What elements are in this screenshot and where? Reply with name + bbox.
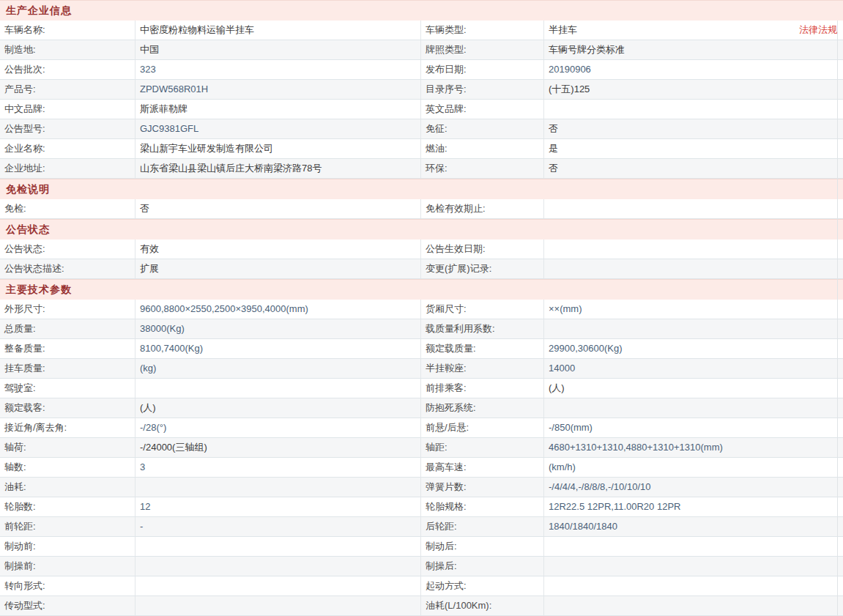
field-value: -/24000(三轴组): [135, 438, 421, 457]
field-value-text: GJC9381GFL: [140, 119, 198, 138]
field-label-text: 免检:: [4, 203, 26, 214]
field-label-text: 变更(扩展)记录:: [426, 263, 491, 274]
field-label-text: 企业地址:: [4, 163, 45, 174]
field-value: -/4/4/4,-/8/8/8,-/10/10/10: [544, 478, 843, 497]
field-label: 车辆类型:: [421, 21, 544, 40]
field-value: 20190906: [544, 60, 843, 79]
field-value-text: 29900,30600(Kg): [549, 339, 622, 358]
field-value-text: 12: [140, 497, 150, 516]
field-value-text: 1840/1840/1840: [549, 517, 617, 536]
field-label-text: 前排乘客:: [426, 382, 467, 393]
field-label-text: 起动方式:: [426, 580, 467, 591]
field-label: 制造地:: [0, 40, 135, 59]
field-value-text: (人): [549, 379, 565, 398]
field-value: 山东省梁山县梁山镇后庄大桥南梁济路78号: [135, 159, 421, 178]
table-row: 轴荷:-/24000(三轴组)轴距:4680+1310+1310,4880+13…: [0, 438, 843, 458]
field-value: [544, 537, 843, 556]
section-title: 主要技术参数: [0, 279, 843, 300]
field-label-text: 驾驶室:: [4, 382, 36, 393]
field-value-text: 3: [140, 458, 145, 477]
field-value-text: -/850(mm): [549, 418, 593, 437]
field-label-text: 转向形式:: [4, 580, 45, 591]
field-label-text: 英文品牌:: [426, 103, 467, 114]
field-value-text: 中国: [140, 40, 159, 59]
field-label-text: 前悬/后悬:: [426, 422, 469, 433]
announcement-table: 生产企业信息车辆名称:中密度粉粒物料运输半挂车车辆类型:半挂车法律法规制造地:中…: [0, 0, 843, 616]
field-value-text: 扩展: [140, 259, 159, 278]
field-value: 否: [544, 119, 843, 138]
field-value-text: 斯派菲勒牌: [140, 100, 187, 119]
field-label: 额定载质量:: [421, 339, 544, 358]
table-row: 车辆名称:中密度粉粒物料运输半挂车车辆类型:半挂车法律法规: [0, 21, 843, 40]
field-label: 轴距:: [421, 438, 544, 457]
field-label: 免检:: [0, 199, 135, 218]
table-row: 公告批次:323发布日期:20190906: [0, 60, 843, 80]
table-row: 外形尺寸:9600,8800×2550,2500×3950,4000(mm)货厢…: [0, 300, 843, 319]
field-value: 4680+1310+1310,4880+1310+1310(mm): [544, 438, 843, 457]
field-label-text: 传动型式:: [4, 600, 45, 611]
field-label: 免征:: [421, 119, 544, 138]
field-label-text: 最高车速:: [426, 461, 467, 472]
field-label-text: 燃油:: [426, 143, 448, 154]
field-value-text: -/28(°): [140, 418, 166, 437]
field-value: 1840/1840/1840: [544, 517, 843, 536]
field-value-text: 8100,7400(Kg): [140, 339, 203, 358]
field-value: 38000(Kg): [135, 319, 421, 338]
field-value-text: (km/h): [549, 458, 576, 477]
field-value: [544, 259, 843, 278]
section-title: 免检说明: [0, 179, 843, 199]
vehicle-announcement-page: 生产企业信息车辆名称:中密度粉粒物料运输半挂车车辆类型:半挂车法律法规制造地:中…: [0, 0, 843, 616]
field-label: 制动前:: [0, 537, 135, 556]
field-label: 外形尺寸:: [0, 300, 135, 319]
field-label-text: 轮胎规格:: [426, 501, 467, 512]
section-title: 生产企业信息: [0, 0, 843, 21]
field-label-text: 企业名称:: [4, 143, 45, 154]
field-value: -/28(°): [135, 418, 421, 437]
table-row: 免检:否免检有效期止:: [0, 199, 843, 219]
field-label-text: 轮胎数:: [4, 501, 36, 512]
field-label-text: 后轮距:: [426, 521, 457, 532]
field-value-text: -: [140, 517, 143, 536]
field-label: 轴荷:: [0, 438, 135, 457]
legal-regulations-link[interactable]: 法律法规: [799, 21, 839, 40]
field-label: 制操后:: [421, 557, 544, 576]
field-value: [544, 398, 843, 418]
field-value: 有效: [135, 240, 421, 259]
field-label: 变更(扩展)记录:: [421, 259, 544, 278]
table-row: 整备质量:8100,7400(Kg)额定载质量:29900,30600(Kg): [0, 339, 843, 359]
table-row: 制动前:制动后:: [0, 537, 843, 557]
field-value-text: 中密度粉粒物料运输半挂车: [140, 21, 254, 40]
field-value: (km/h): [544, 458, 843, 477]
field-value: 是: [544, 139, 843, 158]
field-value-text: 否: [140, 199, 149, 218]
field-label-text: 制操后:: [426, 560, 457, 571]
table-row: 公告型号:GJC9381GFL免征:否: [0, 119, 843, 139]
field-value: [135, 596, 421, 615]
field-label: 轮胎规格:: [421, 497, 544, 516]
field-label-text: 公告状态:: [4, 243, 45, 254]
field-label: 前排乘客:: [421, 379, 544, 398]
field-value: -: [135, 517, 421, 536]
field-value-text: 20190906: [549, 60, 591, 79]
field-label: 前轮距:: [0, 517, 135, 536]
field-label-text: 车辆类型:: [426, 24, 467, 35]
field-label-text: 车辆名称:: [4, 24, 45, 35]
field-value-text: 12R22.5 12PR,11.00R20 12PR: [549, 497, 680, 516]
field-value-text: 梁山新宇车业研发制造有限公司: [140, 139, 273, 158]
field-label: 目录序号:: [421, 80, 544, 99]
field-value: [544, 199, 843, 218]
table-row: 产品号:ZPDW568R01H目录序号:(十五)125: [0, 80, 843, 100]
field-value-text: 4680+1310+1310,4880+1310+1310(mm): [549, 438, 723, 457]
field-label-text: 半挂鞍座:: [426, 363, 467, 374]
field-label-text: 弹簧片数:: [426, 481, 467, 492]
table-row: 前轮距:-后轮距:1840/1840/1840: [0, 517, 843, 537]
field-label-text: 目录序号:: [426, 84, 467, 94]
field-label: 油耗:: [0, 478, 135, 497]
field-label-text: 挂车质量:: [4, 363, 45, 374]
field-value: (kg): [135, 359, 421, 378]
field-label-text: 轴数:: [4, 461, 26, 472]
field-label-text: 额定载客:: [4, 402, 45, 413]
field-value: GJC9381GFL: [135, 119, 421, 138]
field-label: 前悬/后悬:: [421, 418, 544, 437]
field-label-text: 防抱死系统:: [426, 402, 476, 413]
